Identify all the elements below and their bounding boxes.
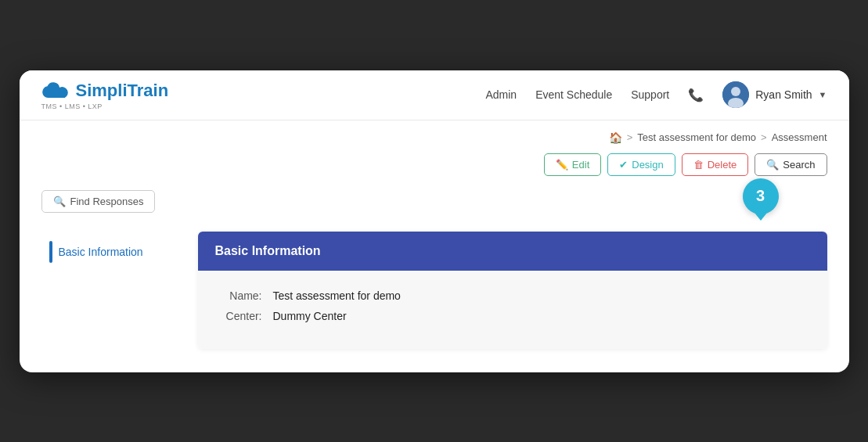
search-button[interactable]: 🔍 Search	[755, 153, 827, 176]
find-responses-icon: 🔍	[53, 196, 66, 207]
info-row-center: Center: Dummy Center	[215, 310, 810, 322]
logo-cloud-icon	[41, 80, 71, 102]
edit-icon: ✏️	[556, 159, 568, 171]
design-icon: ✔	[619, 159, 628, 171]
nav-right: Admin Event Schedule Support 📞 Ryan Smit…	[485, 81, 827, 108]
event-schedule-link[interactable]: Event Schedule	[535, 88, 612, 101]
top-nav: SimpliTrain TMS • LMS • LXP Admin Event …	[20, 70, 849, 120]
breadcrumb-home-icon[interactable]: 🏠	[609, 131, 622, 144]
find-responses-label: Find Responses	[70, 196, 144, 207]
delete-label: Delete	[708, 159, 737, 171]
support-link[interactable]: Support	[631, 88, 669, 101]
tooltip-number: 3	[756, 187, 765, 205]
main-content: Basic Information Basic Information Name…	[20, 224, 849, 372]
edit-button[interactable]: ✏️ Edit	[544, 153, 601, 176]
design-label: Design	[632, 159, 663, 171]
logo-text: SimpliTrain	[76, 81, 169, 101]
logo-tagline: TMS • LMS • LXP	[41, 102, 103, 110]
toolbar: ✏️ Edit ✔ Design 🗑 Delete 🔍 Search 3	[20, 149, 849, 187]
find-responses-row: 🔍 Find Responses	[20, 187, 849, 224]
sidebar-item-label: Basic Information	[59, 246, 143, 258]
center-value: Dummy Center	[273, 310, 347, 322]
name-value: Test assessment for demo	[273, 289, 401, 302]
tooltip-bubble: 3	[743, 178, 779, 214]
sidebar: Basic Information	[41, 232, 198, 349]
logo-area: SimpliTrain TMS • LMS • LXP	[41, 80, 169, 110]
design-button[interactable]: ✔ Design	[607, 153, 675, 176]
breadcrumb-item-1[interactable]: Test assessment for demo	[637, 131, 756, 143]
info-row-name: Name: Test assessment for demo	[215, 289, 810, 302]
browser-window: SimpliTrain TMS • LMS • LXP Admin Event …	[20, 70, 849, 372]
breadcrumb: 🏠 > Test assessment for demo > Assessmen…	[20, 120, 849, 149]
user-name: Ryan Smith	[755, 88, 812, 101]
edit-label: Edit	[572, 159, 589, 171]
admin-link[interactable]: Admin	[485, 88, 517, 101]
sidebar-indicator	[49, 241, 52, 263]
avatar-icon	[722, 81, 749, 108]
center-label: Center:	[215, 310, 262, 322]
svg-point-1	[731, 87, 740, 96]
breadcrumb-sep-1: >	[627, 131, 633, 143]
avatar	[722, 81, 749, 108]
phone-icon: 📞	[688, 87, 704, 102]
content-header: Basic Information	[198, 232, 827, 271]
content-header-title: Basic Information	[215, 244, 321, 257]
user-info[interactable]: Ryan Smith ▼	[722, 81, 827, 108]
content-body: Name: Test assessment for demo Center: D…	[198, 271, 827, 349]
search-icon: 🔍	[766, 159, 779, 171]
content-panel: Basic Information Name: Test assessment …	[198, 232, 827, 349]
name-label: Name:	[215, 289, 262, 302]
sidebar-item-basic-info[interactable]: Basic Information	[41, 235, 198, 269]
find-responses-button[interactable]: 🔍 Find Responses	[41, 190, 156, 213]
search-label: Search	[783, 159, 815, 171]
breadcrumb-sep-2: >	[761, 131, 767, 143]
chevron-down-icon: ▼	[819, 90, 827, 99]
delete-icon: 🗑	[693, 159, 704, 171]
delete-button[interactable]: 🗑 Delete	[682, 153, 749, 176]
breadcrumb-item-2: Assessment	[772, 131, 827, 143]
logo-combined: SimpliTrain	[41, 80, 169, 102]
